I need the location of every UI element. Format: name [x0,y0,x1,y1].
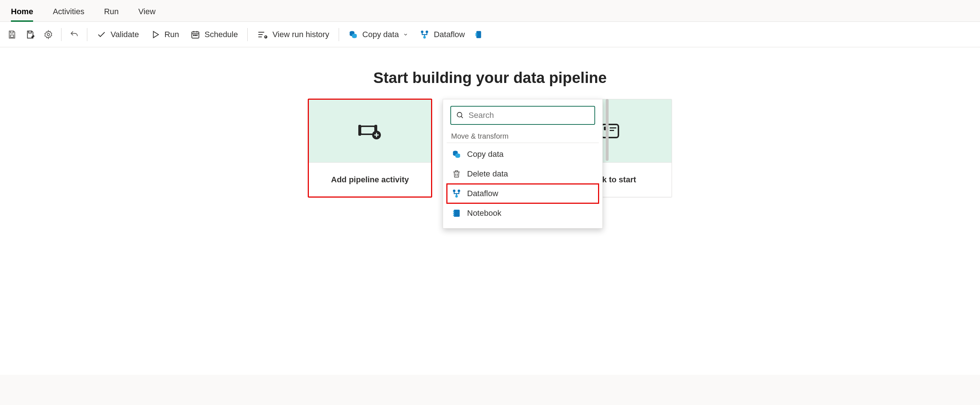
more-button[interactable] [472,26,485,43]
search-input[interactable] [469,111,589,120]
view-run-history-button[interactable]: View run history [253,26,334,43]
svg-rect-18 [358,125,361,136]
calendar-icon [191,30,200,39]
database-icon [452,150,461,159]
card-icon [475,30,482,39]
card-image-area [309,99,431,162]
add-pipeline-activity-card[interactable]: Add pipeline activity [308,99,432,197]
copy-data-label: Copy data [362,30,399,39]
validate-button[interactable]: Validate [92,26,143,43]
activity-popup-anchor: Move & transform Copy data Delete data D… [443,99,603,228]
page-title: Start building your data pipeline [14,69,966,87]
play-icon [151,30,160,39]
toolbar-divider [247,28,248,41]
gear-icon [44,30,53,39]
svg-line-22 [461,116,463,118]
tab-view[interactable]: View [138,7,155,21]
undo-icon [70,30,79,39]
ribbon-tabs: Home Activities Run View [0,0,980,22]
trash-icon [452,169,461,179]
svg-point-5 [196,35,197,36]
svg-rect-32 [453,213,454,214]
menu-item-label: Copy data [467,150,503,159]
card-label: Add pipeline activity [309,162,431,197]
menu-item-notebook[interactable]: Notebook [447,203,599,223]
menu-item-label: Dataflow [467,189,498,198]
menu-item-label: Notebook [467,209,501,218]
svg-point-4 [195,35,196,36]
tab-activities[interactable]: Activities [53,7,84,21]
template-icon [600,123,620,139]
svg-point-1 [47,33,50,36]
dataflow-button[interactable]: Dataflow [415,26,469,43]
run-label: Run [164,30,179,39]
validate-label: Validate [111,30,139,39]
toolbar: Validate Run Schedule View run history C… [0,22,980,47]
starter-cards: Add pipeline activity Move & transform C… [14,99,966,228]
svg-point-14 [423,36,426,38]
scrollbar-thumb[interactable] [606,99,609,161]
check-icon [97,30,106,39]
menu-item-label: Delete data [467,169,508,179]
svg-point-28 [458,190,460,192]
svg-rect-0 [11,35,14,37]
dataflow-label: Dataflow [434,30,465,39]
history-icon [257,30,268,39]
dataflow-icon [452,189,461,198]
tab-home[interactable]: Home [11,7,33,21]
activity-search-popup: Move & transform Copy data Delete data D… [443,99,603,228]
copy-data-button[interactable]: Copy data [344,26,412,43]
run-button[interactable]: Run [146,26,183,43]
view-run-history-label: View run history [272,30,329,39]
svg-point-27 [453,190,455,192]
schedule-button[interactable]: Schedule [186,26,242,43]
database-icon [348,30,358,39]
chevron-down-icon [403,32,408,37]
svg-rect-16 [476,33,477,36]
canvas-area: Start building your data pipeline Add pi… [0,47,980,375]
save-as-button[interactable] [22,26,38,43]
pipeline-add-icon [358,122,382,140]
group-label: Move & transform [447,130,599,143]
schedule-label: Schedule [204,30,238,39]
save-as-icon [25,30,35,39]
svg-rect-31 [453,211,454,212]
tab-run[interactable]: Run [104,7,119,21]
menu-item-dataflow[interactable]: Dataflow [447,184,599,203]
svg-rect-37 [610,130,614,131]
settings-button[interactable] [41,26,56,43]
svg-point-3 [194,35,194,36]
svg-rect-36 [610,128,616,128]
save-button[interactable] [4,26,20,43]
svg-point-12 [421,30,423,33]
menu-item-delete-data[interactable]: Delete data [447,164,599,184]
save-icon [7,30,17,39]
svg-rect-33 [453,215,454,215]
search-box[interactable] [450,106,595,125]
notebook-icon [452,209,461,218]
svg-point-13 [426,30,428,33]
svg-rect-30 [453,210,460,217]
dataflow-icon [420,30,429,39]
undo-button[interactable] [67,26,82,43]
toolbar-divider [61,28,62,41]
search-icon [456,112,464,120]
toolbar-divider [339,28,339,41]
svg-point-21 [457,112,462,117]
svg-point-29 [455,195,458,198]
menu-item-copy-data[interactable]: Copy data [447,145,599,164]
